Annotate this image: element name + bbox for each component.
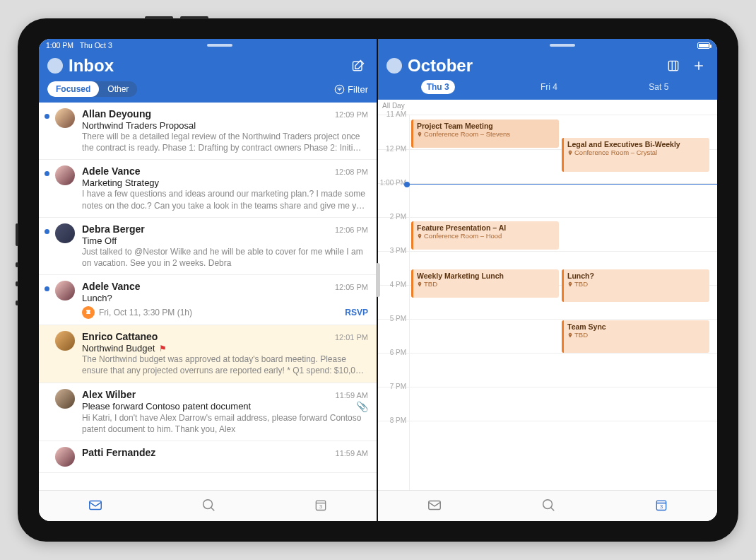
message-preview: The Northwind budget was approved at tod…	[82, 354, 368, 376]
calendar-event[interactable]: Weekly Marketing LunchTBD	[411, 269, 559, 298]
compose-button[interactable]	[348, 56, 368, 76]
calendar-event[interactable]: Team SyncTBD	[562, 320, 709, 353]
message-subject: Time Off	[82, 235, 368, 246]
message-row[interactable]: Allan Deyoung 12:09 PM Northwind Traders…	[39, 103, 377, 160]
calendar-title: October	[408, 56, 658, 76]
sender-avatar	[55, 223, 75, 243]
calendar-header: October Thu 3Fri 4Sat 5	[378, 52, 717, 100]
calendar-icon: 3	[654, 498, 668, 512]
rsvp-button[interactable]: RSVP	[345, 308, 368, 317]
split-view-handle[interactable]	[376, 263, 380, 297]
unread-dot	[45, 453, 49, 457]
mail-icon	[427, 497, 442, 513]
account-avatar[interactable]	[47, 58, 63, 74]
mail-pane: 1:00 PM Thu Oct 3 Inbox Focused Other	[39, 39, 378, 521]
event-title: Team Sync	[567, 322, 706, 331]
calendar-event[interactable]: Lunch?TBD	[562, 269, 709, 302]
event-location: TBD	[567, 280, 706, 288]
tab-mail[interactable]	[88, 497, 103, 515]
account-avatar[interactable]	[386, 58, 402, 74]
calendar-grid[interactable]: Project Team MeetingConference Room – St…	[409, 115, 717, 490]
message-row[interactable]: Patti Fernandez 11:59 AM	[39, 441, 377, 473]
message-subject: Marketing Strategy	[82, 177, 368, 188]
svg-text:3: 3	[660, 503, 663, 510]
event-title: Legal and Executives Bi-Weekly	[567, 140, 706, 148]
svg-text:3: 3	[319, 503, 322, 510]
message-row[interactable]: Adele Vance 12:08 PM Marketing StrategyI…	[39, 160, 377, 217]
message-time: 11:59 AM	[336, 449, 368, 457]
tab-calendar[interactable]: 3	[654, 498, 668, 515]
filter-button[interactable]: Filter	[334, 84, 368, 95]
hour-label: 5 PM	[390, 315, 406, 322]
calendar-event[interactable]: Legal and Executives Bi-WeeklyConference…	[562, 138, 709, 172]
message-row[interactable]: Debra Berger 12:06 PM Time OffJust talke…	[39, 218, 377, 275]
day-selector[interactable]: Thu 3Fri 4Sat 5	[386, 76, 709, 100]
message-preview: There will be a detailed legal review of…	[82, 131, 368, 153]
day-tab[interactable]: Sat 5	[643, 80, 674, 94]
search-icon	[201, 497, 216, 513]
message-preview: Just talked to @Nestor Wilke and he will…	[82, 246, 368, 269]
event-title: Feature Presentation – AI	[417, 223, 555, 232]
message-time: 12:01 PM	[335, 333, 368, 342]
event-location: Conference Room – Hood	[417, 232, 555, 240]
sender-name: Debra Berger	[82, 223, 145, 235]
inbox-segmented[interactable]: Focused Other	[47, 81, 137, 97]
mail-icon	[88, 497, 103, 513]
message-list[interactable]: Allan Deyoung 12:09 PM Northwind Traders…	[39, 103, 377, 490]
event-location: Conference Room – Stevens	[417, 130, 555, 138]
event-title: Weekly Marketing Lunch	[417, 272, 555, 280]
event-icon	[82, 306, 95, 319]
unread-dot	[45, 286, 49, 291]
tab-search[interactable]	[201, 497, 216, 515]
sender-name: Adele Vance	[82, 281, 141, 292]
sender-avatar	[55, 165, 75, 185]
hour-label: 1:00 PM	[380, 179, 406, 187]
search-icon	[541, 497, 556, 513]
ipad-frame: 1:00 PM Thu Oct 3 Inbox Focused Other	[18, 18, 738, 542]
day-tab[interactable]: Fri 4	[535, 80, 563, 94]
tab-focused: Focused	[47, 81, 99, 97]
message-preview: I have a few questions and ideas around …	[82, 188, 368, 211]
tab-search[interactable]	[541, 497, 556, 515]
flag-icon: ⚑	[159, 344, 167, 354]
unread-dot	[45, 171, 49, 176]
now-indicator	[407, 184, 717, 185]
message-row[interactable]: Adele Vance 12:05 PM Lunch?Fri, Oct 11, …	[39, 275, 377, 325]
event-location: Conference Room – Crystal	[567, 148, 706, 156]
event-title: Lunch?	[567, 272, 706, 280]
message-row[interactable]: Alex Wilber 11:59 AM Please forward Cont…	[39, 383, 377, 441]
filter-icon	[334, 84, 345, 95]
hour-label: 12 PM	[386, 145, 406, 153]
day-tab[interactable]: Thu 3	[421, 80, 455, 94]
tab-other: Other	[99, 81, 137, 97]
hour-label: 6 PM	[390, 349, 406, 356]
message-preview: Hi Katri, I don't have Alex Darrow's ema…	[82, 412, 368, 435]
svg-point-8	[543, 499, 553, 508]
calendar-event[interactable]: Feature Presentation – AIConference Room…	[411, 221, 559, 250]
event-title: Project Team Meeting	[417, 122, 555, 130]
message-time: 12:09 PM	[335, 110, 368, 119]
multitask-grabber[interactable]	[207, 44, 232, 47]
new-event-button[interactable]	[689, 56, 709, 76]
calendar-body[interactable]: 11 AM12 PM1:00 PM2 PM3 PM4 PM5 PM6 PM7 P…	[378, 115, 717, 490]
message-time: 12:06 PM	[335, 226, 368, 234]
mail-header: Inbox Focused Other Filter	[39, 52, 377, 103]
status-bar-left: 1:00 PM Thu Oct 3	[39, 39, 377, 52]
hour-label: 11 AM	[386, 110, 406, 118]
tab-calendar[interactable]: 3	[314, 498, 328, 515]
hour-label: 8 PM	[390, 416, 406, 424]
view-switch-button[interactable]	[663, 56, 683, 76]
sender-avatar	[55, 447, 75, 467]
battery-icon	[697, 42, 710, 49]
unread-dot	[45, 337, 49, 342]
message-row[interactable]: Enrico Cattaneo 12:01 PM Northwind Budge…	[39, 325, 377, 383]
tab-mail[interactable]	[427, 497, 442, 515]
message-subject: Northwind Budget⚑	[82, 343, 368, 354]
multitask-grabber[interactable]	[550, 44, 575, 47]
attachment-icon: 📎	[356, 401, 368, 412]
calendar-event[interactable]: Project Team MeetingConference Room – St…	[411, 119, 559, 148]
hour-label: 2 PM	[390, 213, 406, 221]
message-subject: Please forward Contoso patent document📎	[82, 401, 368, 412]
mail-title: Inbox	[69, 56, 343, 76]
message-time: 11:59 AM	[336, 391, 368, 399]
